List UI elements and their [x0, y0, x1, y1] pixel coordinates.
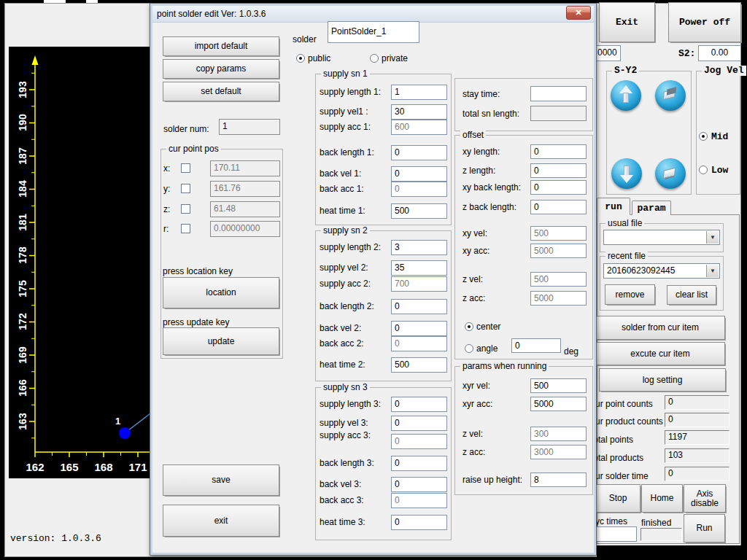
- solder-from-cur-item-button[interactable]: solder from cur item: [595, 316, 725, 340]
- center-radio[interactable]: [465, 322, 473, 331]
- supply-vel-2-field[interactable]: 35: [391, 260, 447, 276]
- xy-length-label: xy length:: [462, 147, 500, 157]
- xyr-vel-field[interactable]: 500: [530, 378, 587, 393]
- offset-z-vel-field: 500: [530, 272, 587, 287]
- back-vel-2-field[interactable]: 0: [391, 321, 447, 336]
- back-length-2-field[interactable]: 0: [391, 299, 447, 314]
- heat-time-3-label: heat time 3:: [320, 517, 365, 527]
- z-back-length-field[interactable]: 0: [530, 200, 587, 214]
- heat-time-1-label: heat time 1:: [320, 206, 365, 216]
- angle-field[interactable]: 0: [511, 338, 561, 353]
- tab-run[interactable]: run: [597, 198, 630, 215]
- close-button[interactable]: ✕: [566, 6, 591, 20]
- supply-length-2-field[interactable]: 3: [391, 240, 447, 255]
- z-length-field[interactable]: 0: [530, 163, 587, 178]
- solder-point-plot[interactable]: 193 190 187 184 181 178 175 172 169 166 …: [9, 47, 150, 478]
- y-coord-checkbox[interactable]: [181, 184, 190, 193]
- public-radio[interactable]: [296, 54, 305, 63]
- cur-solder-time-label: cur solder time: [591, 471, 649, 481]
- x-coord-field: 170.11: [210, 160, 280, 176]
- back-vel-1-label: back vel 1:: [320, 168, 361, 179]
- supply-acc-1-label: supply acc 1:: [320, 122, 371, 132]
- raise-up-height-field[interactable]: 8: [530, 472, 587, 487]
- back-vel-1-field[interactable]: 0: [391, 166, 447, 182]
- jog-vel-low-radio[interactable]: [699, 166, 708, 174]
- private-radio[interactable]: [370, 54, 379, 63]
- usual-file-dropdown[interactable]: ▼: [603, 230, 720, 245]
- xy-length-field[interactable]: 0: [530, 144, 587, 159]
- offset-xy-vel-label: xy vel:: [462, 228, 487, 238]
- back-acc-1-label: back acc 1:: [320, 184, 364, 194]
- recent-file-dropdown[interactable]: 20160623092445 ▼: [603, 263, 720, 279]
- angle-radio[interactable]: [465, 344, 473, 353]
- tab-param[interactable]: param: [632, 201, 671, 215]
- press-location-key-label: press location key: [163, 266, 233, 276]
- x-tick-label: 165: [56, 461, 82, 473]
- back-vel-3-field[interactable]: 0: [391, 477, 447, 492]
- location-button[interactable]: location: [163, 277, 279, 308]
- back-acc-2-field: 0: [391, 336, 447, 351]
- jog-down-button[interactable]: [611, 158, 642, 189]
- r-coord-checkbox[interactable]: [181, 224, 190, 233]
- save-button[interactable]: save: [163, 464, 279, 496]
- supply-acc-1-field: 600: [391, 120, 447, 135]
- jog-rotate-up-button[interactable]: [655, 80, 686, 111]
- log-setting-button[interactable]: log setting: [599, 368, 726, 392]
- z-coord-checkbox[interactable]: [181, 204, 190, 214]
- run-z-vel-field: 300: [530, 427, 587, 441]
- remove-button[interactable]: remove: [605, 284, 655, 305]
- heat-time-2-field[interactable]: 500: [391, 357, 447, 373]
- dropdown-arrow-icon[interactable]: ▼: [706, 231, 719, 244]
- dialog-title-bar[interactable]: point solder edit Ver: 1.0.3.6: [152, 6, 594, 23]
- jog-rotate-down-button[interactable]: [655, 158, 686, 189]
- heat-time-3-field[interactable]: 0: [391, 515, 447, 530]
- solder-num-field[interactable]: 1: [219, 119, 280, 135]
- exit-button[interactable]: Exit: [599, 2, 655, 42]
- s-y2-group-title: S-Y2: [612, 66, 639, 76]
- back-length-3-label: back length 3:: [320, 458, 374, 468]
- x-coord-checkbox[interactable]: [181, 163, 190, 173]
- cur-point-counts-label: cur point counts: [591, 399, 653, 409]
- import-default-button[interactable]: import default: [163, 36, 279, 56]
- supply-length-3-field[interactable]: 0: [391, 397, 447, 412]
- supply-vel-1-label: supply vel1 :: [320, 106, 368, 117]
- solder-name-field[interactable]: PointSolder_1: [328, 21, 419, 43]
- solder-point-dot: [119, 427, 131, 439]
- update-button[interactable]: update: [163, 327, 279, 355]
- dropdown-arrow-icon[interactable]: ▼: [706, 265, 719, 277]
- supply-length-1-field[interactable]: 1: [391, 85, 447, 100]
- xyr-acc-label: xyr acc:: [462, 399, 492, 409]
- s1-value-field[interactable]: 0000: [594, 45, 621, 61]
- y-tick-label: 166: [17, 376, 28, 400]
- offset-z-vel-label: z vel:: [462, 274, 483, 284]
- supply-vel-3-label: supply vel 3:: [320, 418, 368, 428]
- axis-disable-button[interactable]: Axis disable: [684, 484, 726, 513]
- xy-back-length-field[interactable]: 0: [530, 180, 587, 195]
- power-off-button[interactable]: Power off: [668, 2, 741, 42]
- x-tick-label: 171: [125, 461, 151, 473]
- stay-time-field[interactable]: [530, 86, 587, 101]
- stop-button[interactable]: Stop: [595, 484, 640, 513]
- exit-dialog-button[interactable]: exit: [163, 505, 279, 537]
- home-button[interactable]: Home: [641, 484, 683, 513]
- top-edge-mark: [44, 0, 66, 3]
- y-tick-label: 172: [17, 309, 28, 334]
- xyr-acc-field[interactable]: 5000: [530, 397, 587, 411]
- set-default-button[interactable]: set default: [163, 82, 279, 101]
- supply-vel-1-field[interactable]: 30: [391, 104, 447, 120]
- jog-vel-mid-radio[interactable]: [699, 132, 708, 141]
- raise-up-height-label: raise up height:: [462, 475, 522, 485]
- copy-params-button[interactable]: copy params: [163, 59, 279, 79]
- heat-time-1-field[interactable]: 500: [391, 203, 447, 219]
- supply-vel-3-field[interactable]: 0: [391, 416, 447, 431]
- jog-up-button[interactable]: [611, 80, 641, 111]
- excute-cur-item-button[interactable]: excute cur item: [595, 342, 725, 365]
- run-button[interactable]: Run: [684, 514, 725, 542]
- s2-value-field[interactable]: 0.00: [698, 45, 741, 61]
- back-length-1-field[interactable]: 0: [391, 145, 447, 160]
- x-tick-label: 162: [22, 461, 48, 473]
- back-length-3-field[interactable]: 0: [391, 456, 447, 471]
- clear-list-button[interactable]: clear list: [667, 285, 716, 305]
- y-tick-label: 175: [17, 276, 28, 301]
- y-tick-label: 184: [17, 176, 28, 201]
